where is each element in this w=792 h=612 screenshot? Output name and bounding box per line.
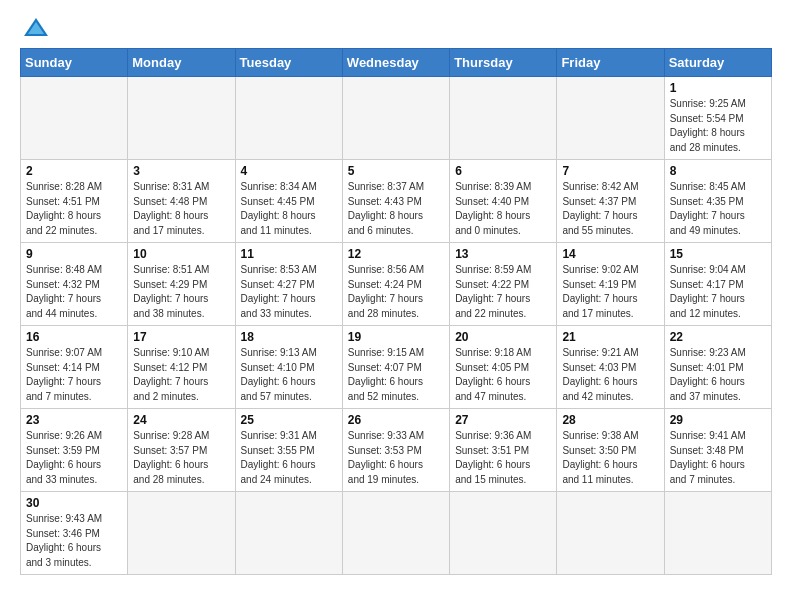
- calendar-day-cell: [235, 492, 342, 575]
- weekday-header: Tuesday: [235, 49, 342, 77]
- day-info: Sunrise: 9:25 AM Sunset: 5:54 PM Dayligh…: [670, 97, 766, 155]
- day-number: 21: [562, 330, 658, 344]
- day-number: 9: [26, 247, 122, 261]
- calendar-day-cell: 21Sunrise: 9:21 AM Sunset: 4:03 PM Dayli…: [557, 326, 664, 409]
- day-info: Sunrise: 8:31 AM Sunset: 4:48 PM Dayligh…: [133, 180, 229, 238]
- day-number: 7: [562, 164, 658, 178]
- logo: [20, 16, 50, 38]
- day-number: 6: [455, 164, 551, 178]
- calendar-day-cell: [21, 77, 128, 160]
- calendar-day-cell: 11Sunrise: 8:53 AM Sunset: 4:27 PM Dayli…: [235, 243, 342, 326]
- calendar-day-cell: 20Sunrise: 9:18 AM Sunset: 4:05 PM Dayli…: [450, 326, 557, 409]
- calendar-day-cell: 30Sunrise: 9:43 AM Sunset: 3:46 PM Dayli…: [21, 492, 128, 575]
- calendar-day-cell: 18Sunrise: 9:13 AM Sunset: 4:10 PM Dayli…: [235, 326, 342, 409]
- day-info: Sunrise: 9:21 AM Sunset: 4:03 PM Dayligh…: [562, 346, 658, 404]
- calendar-day-cell: 24Sunrise: 9:28 AM Sunset: 3:57 PM Dayli…: [128, 409, 235, 492]
- day-number: 3: [133, 164, 229, 178]
- calendar-day-cell: 5Sunrise: 8:37 AM Sunset: 4:43 PM Daylig…: [342, 160, 449, 243]
- calendar-week-row: 1Sunrise: 9:25 AM Sunset: 5:54 PM Daylig…: [21, 77, 772, 160]
- calendar-day-cell: 9Sunrise: 8:48 AM Sunset: 4:32 PM Daylig…: [21, 243, 128, 326]
- day-number: 13: [455, 247, 551, 261]
- day-number: 22: [670, 330, 766, 344]
- calendar-week-row: 23Sunrise: 9:26 AM Sunset: 3:59 PM Dayli…: [21, 409, 772, 492]
- day-number: 24: [133, 413, 229, 427]
- calendar-day-cell: 6Sunrise: 8:39 AM Sunset: 4:40 PM Daylig…: [450, 160, 557, 243]
- calendar-day-cell: 8Sunrise: 8:45 AM Sunset: 4:35 PM Daylig…: [664, 160, 771, 243]
- day-number: 27: [455, 413, 551, 427]
- calendar-day-cell: 23Sunrise: 9:26 AM Sunset: 3:59 PM Dayli…: [21, 409, 128, 492]
- day-info: Sunrise: 9:18 AM Sunset: 4:05 PM Dayligh…: [455, 346, 551, 404]
- calendar-day-cell: 22Sunrise: 9:23 AM Sunset: 4:01 PM Dayli…: [664, 326, 771, 409]
- calendar-day-cell: 19Sunrise: 9:15 AM Sunset: 4:07 PM Dayli…: [342, 326, 449, 409]
- calendar-day-cell: [450, 492, 557, 575]
- weekday-header: Thursday: [450, 49, 557, 77]
- calendar: SundayMondayTuesdayWednesdayThursdayFrid…: [20, 48, 772, 575]
- day-info: Sunrise: 8:42 AM Sunset: 4:37 PM Dayligh…: [562, 180, 658, 238]
- day-info: Sunrise: 9:02 AM Sunset: 4:19 PM Dayligh…: [562, 263, 658, 321]
- calendar-day-cell: [342, 77, 449, 160]
- day-number: 15: [670, 247, 766, 261]
- calendar-day-cell: 29Sunrise: 9:41 AM Sunset: 3:48 PM Dayli…: [664, 409, 771, 492]
- day-number: 14: [562, 247, 658, 261]
- calendar-day-cell: [450, 77, 557, 160]
- calendar-day-cell: 16Sunrise: 9:07 AM Sunset: 4:14 PM Dayli…: [21, 326, 128, 409]
- calendar-day-cell: 12Sunrise: 8:56 AM Sunset: 4:24 PM Dayli…: [342, 243, 449, 326]
- weekday-header: Wednesday: [342, 49, 449, 77]
- day-number: 5: [348, 164, 444, 178]
- day-info: Sunrise: 8:45 AM Sunset: 4:35 PM Dayligh…: [670, 180, 766, 238]
- day-info: Sunrise: 9:36 AM Sunset: 3:51 PM Dayligh…: [455, 429, 551, 487]
- calendar-week-row: 16Sunrise: 9:07 AM Sunset: 4:14 PM Dayli…: [21, 326, 772, 409]
- day-info: Sunrise: 9:07 AM Sunset: 4:14 PM Dayligh…: [26, 346, 122, 404]
- day-info: Sunrise: 9:23 AM Sunset: 4:01 PM Dayligh…: [670, 346, 766, 404]
- day-info: Sunrise: 9:31 AM Sunset: 3:55 PM Dayligh…: [241, 429, 337, 487]
- day-info: Sunrise: 8:28 AM Sunset: 4:51 PM Dayligh…: [26, 180, 122, 238]
- calendar-day-cell: 4Sunrise: 8:34 AM Sunset: 4:45 PM Daylig…: [235, 160, 342, 243]
- calendar-day-cell: 2Sunrise: 8:28 AM Sunset: 4:51 PM Daylig…: [21, 160, 128, 243]
- day-number: 23: [26, 413, 122, 427]
- day-info: Sunrise: 8:51 AM Sunset: 4:29 PM Dayligh…: [133, 263, 229, 321]
- calendar-day-cell: [557, 492, 664, 575]
- day-info: Sunrise: 8:56 AM Sunset: 4:24 PM Dayligh…: [348, 263, 444, 321]
- calendar-day-cell: [128, 77, 235, 160]
- page: SundayMondayTuesdayWednesdayThursdayFrid…: [0, 0, 792, 591]
- calendar-day-cell: 28Sunrise: 9:38 AM Sunset: 3:50 PM Dayli…: [557, 409, 664, 492]
- day-info: Sunrise: 8:48 AM Sunset: 4:32 PM Dayligh…: [26, 263, 122, 321]
- day-number: 4: [241, 164, 337, 178]
- calendar-day-cell: 1Sunrise: 9:25 AM Sunset: 5:54 PM Daylig…: [664, 77, 771, 160]
- calendar-day-cell: 14Sunrise: 9:02 AM Sunset: 4:19 PM Dayli…: [557, 243, 664, 326]
- header: [20, 16, 772, 38]
- day-number: 28: [562, 413, 658, 427]
- day-info: Sunrise: 9:04 AM Sunset: 4:17 PM Dayligh…: [670, 263, 766, 321]
- weekday-header: Friday: [557, 49, 664, 77]
- weekday-header: Saturday: [664, 49, 771, 77]
- calendar-day-cell: 13Sunrise: 8:59 AM Sunset: 4:22 PM Dayli…: [450, 243, 557, 326]
- calendar-day-cell: [664, 492, 771, 575]
- logo-icon: [22, 16, 50, 38]
- day-number: 26: [348, 413, 444, 427]
- day-info: Sunrise: 9:13 AM Sunset: 4:10 PM Dayligh…: [241, 346, 337, 404]
- calendar-day-cell: 27Sunrise: 9:36 AM Sunset: 3:51 PM Dayli…: [450, 409, 557, 492]
- day-number: 12: [348, 247, 444, 261]
- calendar-day-cell: [557, 77, 664, 160]
- calendar-day-cell: 10Sunrise: 8:51 AM Sunset: 4:29 PM Dayli…: [128, 243, 235, 326]
- day-info: Sunrise: 8:34 AM Sunset: 4:45 PM Dayligh…: [241, 180, 337, 238]
- day-info: Sunrise: 8:39 AM Sunset: 4:40 PM Dayligh…: [455, 180, 551, 238]
- day-number: 11: [241, 247, 337, 261]
- day-info: Sunrise: 9:10 AM Sunset: 4:12 PM Dayligh…: [133, 346, 229, 404]
- logo-text: [20, 16, 50, 38]
- day-number: 8: [670, 164, 766, 178]
- day-number: 16: [26, 330, 122, 344]
- calendar-day-cell: 26Sunrise: 9:33 AM Sunset: 3:53 PM Dayli…: [342, 409, 449, 492]
- calendar-week-row: 2Sunrise: 8:28 AM Sunset: 4:51 PM Daylig…: [21, 160, 772, 243]
- day-info: Sunrise: 9:26 AM Sunset: 3:59 PM Dayligh…: [26, 429, 122, 487]
- weekday-header-row: SundayMondayTuesdayWednesdayThursdayFrid…: [21, 49, 772, 77]
- calendar-day-cell: [128, 492, 235, 575]
- day-info: Sunrise: 9:28 AM Sunset: 3:57 PM Dayligh…: [133, 429, 229, 487]
- day-number: 17: [133, 330, 229, 344]
- calendar-day-cell: [342, 492, 449, 575]
- day-info: Sunrise: 9:41 AM Sunset: 3:48 PM Dayligh…: [670, 429, 766, 487]
- day-info: Sunrise: 9:38 AM Sunset: 3:50 PM Dayligh…: [562, 429, 658, 487]
- day-info: Sunrise: 9:15 AM Sunset: 4:07 PM Dayligh…: [348, 346, 444, 404]
- day-number: 19: [348, 330, 444, 344]
- calendar-day-cell: 15Sunrise: 9:04 AM Sunset: 4:17 PM Dayli…: [664, 243, 771, 326]
